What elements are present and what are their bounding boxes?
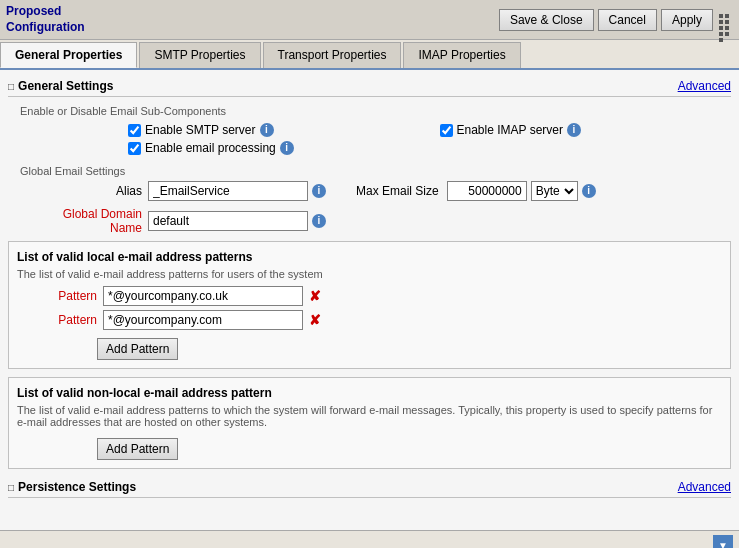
persistence-expand-icon[interactable]: □ bbox=[8, 482, 14, 493]
apply-button[interactable]: Apply bbox=[661, 9, 713, 31]
general-settings-section-header: □ General Settings Advanced bbox=[8, 76, 731, 97]
max-email-input[interactable] bbox=[447, 181, 527, 201]
pattern-label-1: Pattern bbox=[17, 289, 97, 303]
enable-imap-row: Enable IMAP server i bbox=[440, 123, 732, 137]
persistence-settings-title: □ Persistence Settings bbox=[8, 480, 136, 494]
top-bar: Proposed Configuration Save & Close Canc… bbox=[0, 0, 739, 40]
pattern-input-1[interactable] bbox=[103, 286, 303, 306]
pattern-label-2: Pattern bbox=[17, 313, 97, 327]
save-close-button[interactable]: Save & Close bbox=[499, 9, 594, 31]
enable-email-processing-checkbox[interactable] bbox=[128, 142, 141, 155]
valid-local-patterns-title: List of valid local e-mail address patte… bbox=[17, 250, 722, 264]
alias-label: Alias bbox=[38, 184, 148, 198]
global-domain-info-icon[interactable]: i bbox=[312, 214, 326, 228]
delete-pattern-2-icon[interactable]: ✘ bbox=[309, 312, 321, 328]
valid-local-patterns-box: List of valid local e-mail address patte… bbox=[8, 241, 731, 369]
sub-components-label: Enable or Disable Email Sub-Components bbox=[20, 105, 731, 117]
alias-info-icon[interactable]: i bbox=[312, 184, 326, 198]
add-local-pattern-button[interactable]: Add Pattern bbox=[97, 338, 178, 360]
bottom-bar: ▼ bbox=[0, 530, 739, 548]
pattern-input-2[interactable] bbox=[103, 310, 303, 330]
expand-icon[interactable]: □ bbox=[8, 81, 14, 92]
enable-email-processing-row: Enable email processing i bbox=[128, 141, 420, 155]
valid-nonlocal-patterns-title: List of valid non-local e-mail address p… bbox=[17, 386, 722, 400]
left-checkboxes: Enable SMTP server i Enable email proces… bbox=[8, 123, 420, 159]
persistence-settings-header: □ Persistence Settings Advanced bbox=[8, 477, 731, 498]
alias-input[interactable] bbox=[148, 181, 308, 201]
enable-imap-label: Enable IMAP server bbox=[457, 123, 564, 137]
global-domain-label: Global Domain Name bbox=[38, 207, 148, 235]
enable-email-processing-label: Enable email processing bbox=[145, 141, 276, 155]
enable-email-processing-info-icon[interactable]: i bbox=[280, 141, 294, 155]
valid-nonlocal-patterns-box: List of valid non-local e-mail address p… bbox=[8, 377, 731, 469]
valid-nonlocal-patterns-desc: The list of valid e-mail address pattern… bbox=[17, 404, 722, 428]
main-content: □ General Settings Advanced Enable or Di… bbox=[0, 70, 739, 530]
add-nonlocal-pattern-button[interactable]: Add Pattern bbox=[97, 438, 178, 460]
global-domain-row: Global Domain Name i bbox=[8, 207, 731, 235]
grid-menu-icon[interactable] bbox=[717, 12, 733, 28]
persistence-settings-advanced-link[interactable]: Advanced bbox=[678, 480, 731, 494]
dropdown-arrow-button[interactable]: ▼ bbox=[713, 535, 733, 548]
general-settings-advanced-link[interactable]: Advanced bbox=[678, 79, 731, 93]
enable-imap-info-icon[interactable]: i bbox=[567, 123, 581, 137]
valid-local-patterns-desc: The list of valid e-mail address pattern… bbox=[17, 268, 722, 280]
page-title: Proposed Configuration bbox=[6, 4, 85, 35]
right-checkboxes: Enable IMAP server i bbox=[420, 123, 732, 159]
pattern-row-1: Pattern ✘ bbox=[17, 286, 722, 306]
tab-general-properties[interactable]: General Properties bbox=[0, 42, 137, 68]
global-domain-input[interactable] bbox=[148, 211, 308, 231]
tab-imap-properties[interactable]: IMAP Properties bbox=[403, 42, 520, 68]
enable-imap-checkbox[interactable] bbox=[440, 124, 453, 137]
enable-smtp-label: Enable SMTP server bbox=[145, 123, 256, 137]
enable-smtp-row: Enable SMTP server i bbox=[128, 123, 420, 137]
max-email-info-icon[interactable]: i bbox=[582, 184, 596, 198]
top-bar-buttons: Save & Close Cancel Apply bbox=[499, 9, 733, 31]
checkboxes-row: Enable SMTP server i Enable email proces… bbox=[8, 123, 731, 159]
pattern-row-2: Pattern ✘ bbox=[17, 310, 722, 330]
cancel-button[interactable]: Cancel bbox=[598, 9, 657, 31]
tab-transport-properties[interactable]: Transport Properties bbox=[263, 42, 402, 68]
max-email-unit-select[interactable]: Byte bbox=[531, 181, 578, 201]
enable-smtp-info-icon[interactable]: i bbox=[260, 123, 274, 137]
general-settings-title: □ General Settings bbox=[8, 79, 113, 93]
tab-smtp-properties[interactable]: SMTP Properties bbox=[139, 42, 260, 68]
delete-pattern-1-icon[interactable]: ✘ bbox=[309, 288, 321, 304]
global-email-settings-label: Global Email Settings bbox=[20, 165, 731, 177]
max-email-section: Max Email Size Byte i bbox=[356, 181, 596, 201]
enable-smtp-checkbox[interactable] bbox=[128, 124, 141, 137]
max-email-label: Max Email Size bbox=[356, 184, 439, 198]
tabs-bar: General Properties SMTP Properties Trans… bbox=[0, 40, 739, 70]
